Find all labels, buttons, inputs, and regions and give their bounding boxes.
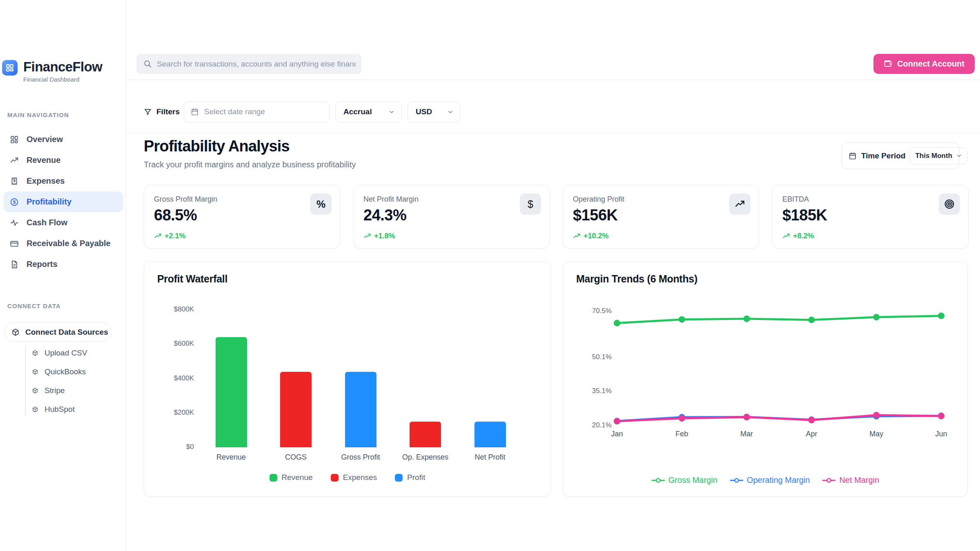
x-axis-label: Jan <box>597 430 637 438</box>
kpi-change: +1.8% <box>363 232 395 240</box>
filters-button[interactable]: Filters <box>144 101 180 122</box>
x-axis-label: COGS <box>261 453 331 462</box>
filters-label: Filters <box>156 107 180 116</box>
kpi-value: 24.3% <box>363 207 406 224</box>
sidebar-item-receivable-payable[interactable]: Receivable & Payable <box>4 233 123 254</box>
data-point <box>679 316 685 323</box>
legend-item-gross-margin[interactable]: Gross Margin <box>651 475 717 485</box>
kpi-change: +10.2% <box>573 232 609 240</box>
bar-op-expenses <box>410 422 441 447</box>
source-item-quickbooks[interactable]: QuickBooks <box>32 362 86 381</box>
legend-item-expenses[interactable]: Expenses <box>331 473 377 482</box>
wallet-icon <box>884 60 892 68</box>
kpi-card-operating-profit: Operating Profit $156K +10.2% <box>563 185 759 249</box>
sidebar-item-revenue[interactable]: Revenue <box>4 150 123 171</box>
y-axis-tick: $400K <box>144 374 194 382</box>
trending-up-icon <box>729 193 751 215</box>
legend-line-marker <box>651 478 665 483</box>
dollar-icon: $ <box>520 193 541 215</box>
kpi-card-gross-profit-margin: Gross Profit Margin 68.5% +2.1% % <box>144 185 340 249</box>
legend-label: Gross Margin <box>668 475 717 485</box>
chart-title: Profit Waterfall <box>157 273 227 285</box>
funnel-icon <box>144 108 152 116</box>
currency-select[interactable]: USD <box>408 101 461 122</box>
x-axis-label: Mar <box>726 430 767 438</box>
time-period-label: Time Period <box>861 151 905 160</box>
chevron-down-icon <box>447 109 454 115</box>
currency-value: USD <box>416 107 432 116</box>
credit-card-icon <box>10 239 19 248</box>
y-axis-tick: $800K <box>144 305 194 313</box>
margin-trends-legend: Gross MarginOperating MarginNet Margin <box>563 475 967 485</box>
x-axis-label: Net Profit <box>455 453 525 462</box>
kpi-label: Operating Profit <box>573 195 624 204</box>
search-box <box>136 54 361 74</box>
source-label: HubSpot <box>45 405 75 414</box>
source-label: QuickBooks <box>45 367 86 376</box>
sidebar-item-reports[interactable]: Reports <box>4 254 123 275</box>
connect-data-sources-button[interactable]: Connect Data Sources <box>4 322 111 342</box>
line-net-margin <box>617 415 941 421</box>
x-axis-label: Jun <box>921 430 962 438</box>
dollar-circle-icon: $ <box>10 198 19 207</box>
source-label: Upload CSV <box>45 349 87 358</box>
main-content: Connect Account Filters Select date rang… <box>126 0 980 551</box>
x-axis-label: Op. Expenses <box>391 453 460 462</box>
trending-up-icon <box>782 232 790 240</box>
filters-divider <box>126 133 980 133</box>
trending-up-icon <box>10 156 19 165</box>
sidebar-item-label: Overview <box>27 135 63 144</box>
page-title: Profitability Analysis <box>144 138 290 155</box>
chevron-down-icon <box>388 109 395 115</box>
kpi-change-value: +1.8% <box>374 232 395 240</box>
chart-title: Margin Trends (6 Months) <box>576 273 697 285</box>
y-axis-tick: 35.1% <box>563 387 612 395</box>
percent-icon: % <box>310 193 332 215</box>
connect-data-label: CONNECT DATA <box>7 302 61 309</box>
sidebar-item-profitability[interactable]: $ Profitability <box>4 191 123 212</box>
kpi-value: 68.5% <box>154 207 197 224</box>
kpi-label: Net Profit Margin <box>363 195 419 204</box>
bar-cogs <box>280 372 312 447</box>
y-axis-tick: 20.1% <box>563 421 612 429</box>
legend-item-operating-margin[interactable]: Operating Margin <box>730 475 810 485</box>
kpi-card-net-profit-margin: Net Profit Margin 24.3% +1.8% $ <box>353 185 550 249</box>
calendar-icon <box>849 152 857 160</box>
sidebar-item-overview[interactable]: Overview <box>4 129 123 150</box>
brand-name: FinanceFlow <box>23 60 102 74</box>
legend-item-profit[interactable]: Profit <box>395 473 425 482</box>
legend-line-marker <box>730 478 744 483</box>
legend-item-revenue[interactable]: Revenue <box>270 473 313 482</box>
profit-waterfall-card: Profit Waterfall RevenueExpensesProfit $… <box>144 261 551 497</box>
main-navigation-label: MAIN NAVIGATION <box>7 111 69 118</box>
bar-gross-profit <box>345 372 376 447</box>
source-item-stripe[interactable]: Stripe <box>32 381 65 400</box>
legend-item-net-margin[interactable]: Net Margin <box>822 475 879 485</box>
bar-net-profit <box>474 422 506 447</box>
x-axis-label: May <box>856 430 897 438</box>
date-range-placeholder: Select date range <box>204 107 265 116</box>
connect-data-sources-label: Connect Data Sources <box>25 328 108 337</box>
kpi-change-value: +10.2% <box>584 232 609 240</box>
data-point <box>808 317 815 323</box>
main-navigation: Overview Revenue $ Expenses $ <box>4 129 123 275</box>
connect-account-button[interactable]: Connect Account <box>873 54 975 74</box>
x-axis-label: Revenue <box>196 453 266 462</box>
source-item-hubspot[interactable]: HubSpot <box>32 400 75 419</box>
waterfall-legend: RevenueExpensesProfit <box>144 473 550 482</box>
page-subtitle: Track your profit margins and analyze bu… <box>144 160 356 169</box>
receipt-icon: $ <box>10 177 19 186</box>
legend-label: Revenue <box>282 473 313 482</box>
cube-icon <box>11 328 20 336</box>
time-period-select[interactable]: This Month <box>910 147 967 164</box>
search-input[interactable] <box>136 54 361 74</box>
data-point <box>744 414 750 420</box>
data-point <box>614 320 620 327</box>
date-range-input[interactable]: Select date range <box>184 101 330 122</box>
trending-up-icon <box>363 232 371 240</box>
target-icon <box>939 193 960 215</box>
accounting-basis-select[interactable]: Accrual <box>335 101 402 122</box>
sidebar-item-expenses[interactable]: $ Expenses <box>4 171 123 191</box>
source-item-upload-csv[interactable]: Upload CSV <box>32 344 87 362</box>
sidebar-item-cash-flow[interactable]: Cash Flow <box>4 212 123 233</box>
